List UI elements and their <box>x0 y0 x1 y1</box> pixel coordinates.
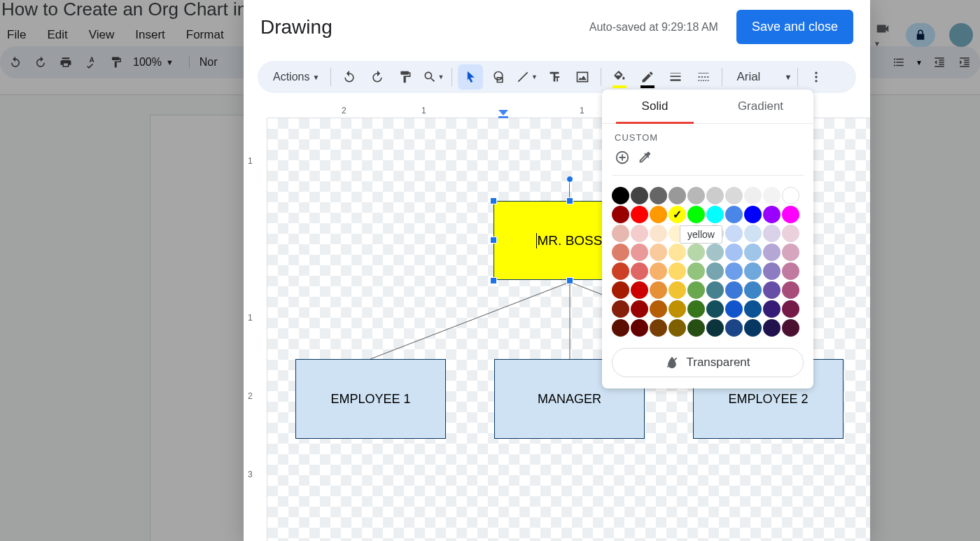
color-swatch[interactable] <box>631 206 648 223</box>
color-swatch[interactable]: ✓yellow <box>668 206 686 223</box>
redo-icon[interactable] <box>365 64 390 90</box>
image-tool-icon[interactable] <box>570 64 595 90</box>
color-swatch[interactable] <box>706 244 724 261</box>
more-icon[interactable] <box>804 64 829 90</box>
color-swatch[interactable] <box>744 281 762 299</box>
menu-view[interactable]: View <box>86 25 118 45</box>
color-swatch[interactable] <box>744 262 762 280</box>
color-swatch[interactable] <box>612 244 629 261</box>
color-swatch[interactable] <box>782 225 799 242</box>
print-icon[interactable] <box>57 54 74 71</box>
zoom-icon[interactable]: ▼ <box>421 64 446 90</box>
color-swatch[interactable] <box>668 244 686 261</box>
color-swatch[interactable] <box>744 206 762 223</box>
resize-handle-w[interactable] <box>490 237 497 244</box>
resize-handle-s[interactable] <box>566 277 573 284</box>
rotate-handle[interactable] <box>566 176 573 183</box>
color-swatch[interactable] <box>725 262 743 280</box>
transparent-button[interactable]: Transparent <box>612 348 804 377</box>
color-swatch[interactable] <box>612 319 629 337</box>
color-swatch[interactable] <box>687 187 705 204</box>
color-swatch[interactable] <box>687 300 705 318</box>
menu-format[interactable]: Format <box>183 25 227 45</box>
undo-icon[interactable] <box>337 64 362 90</box>
color-swatch[interactable] <box>706 187 724 204</box>
color-swatch[interactable] <box>744 319 762 337</box>
color-swatch[interactable] <box>763 187 780 204</box>
color-swatch[interactable] <box>650 319 667 337</box>
color-swatch[interactable] <box>668 281 686 299</box>
color-swatch[interactable] <box>668 187 686 204</box>
actions-menu[interactable]: Actions▼ <box>267 66 325 87</box>
color-swatch[interactable] <box>706 281 724 299</box>
color-swatch[interactable] <box>706 262 724 280</box>
font-select[interactable]: Arial▼ <box>736 70 792 84</box>
color-swatch[interactable] <box>612 225 629 242</box>
shape-tool-icon[interactable] <box>486 64 511 90</box>
color-swatch[interactable] <box>631 262 648 280</box>
eyedropper-icon[interactable] <box>637 150 652 165</box>
color-swatch[interactable] <box>612 206 629 223</box>
color-swatch[interactable] <box>782 319 799 337</box>
line-tool-icon[interactable]: ▼ <box>514 64 539 90</box>
color-swatch[interactable] <box>725 244 743 261</box>
meet-icon[interactable]: ▼ <box>874 21 892 49</box>
color-swatch[interactable] <box>631 225 648 242</box>
color-swatch[interactable] <box>668 262 686 280</box>
spellcheck-icon[interactable] <box>83 54 99 71</box>
color-swatch[interactable] <box>687 319 705 337</box>
resize-handle-nw[interactable] <box>490 197 497 204</box>
add-custom-color-icon[interactable] <box>615 150 630 165</box>
menu-file[interactable]: File <box>4 25 29 45</box>
tab-solid[interactable]: Solid <box>602 90 708 123</box>
color-swatch[interactable] <box>631 281 648 299</box>
color-swatch[interactable] <box>650 281 667 299</box>
color-swatch[interactable] <box>687 262 705 280</box>
color-swatch[interactable] <box>650 187 667 204</box>
avatar[interactable] <box>949 23 973 47</box>
color-swatch[interactable] <box>725 187 743 204</box>
indent-decrease-icon[interactable] <box>931 54 948 71</box>
color-swatch[interactable] <box>725 281 743 299</box>
color-swatch[interactable] <box>668 319 686 337</box>
border-weight-icon[interactable] <box>663 64 688 90</box>
color-swatch[interactable] <box>687 206 705 223</box>
color-swatch[interactable] <box>782 244 799 261</box>
border-dash-icon[interactable] <box>691 64 716 90</box>
color-swatch[interactable] <box>706 206 724 223</box>
save-close-button[interactable]: Save and close <box>736 10 853 44</box>
bulleted-list-icon[interactable] <box>890 54 907 71</box>
border-color-icon[interactable] <box>635 64 660 90</box>
color-swatch[interactable] <box>631 300 648 318</box>
color-swatch[interactable] <box>706 319 724 337</box>
color-swatch[interactable] <box>763 319 780 337</box>
color-swatch[interactable] <box>782 262 799 280</box>
indent-increase-icon[interactable] <box>956 54 973 71</box>
color-swatch[interactable] <box>782 206 799 223</box>
color-swatch[interactable] <box>725 206 743 223</box>
fill-color-icon[interactable] <box>607 64 632 90</box>
color-swatch[interactable] <box>687 244 705 261</box>
color-swatch[interactable] <box>763 244 780 261</box>
resize-handle-sw[interactable] <box>490 277 497 284</box>
color-swatch[interactable] <box>782 187 799 204</box>
share-button[interactable] <box>906 23 935 47</box>
paint-format-icon[interactable] <box>393 64 418 90</box>
menu-edit[interactable]: Edit <box>44 25 70 45</box>
color-swatch[interactable] <box>725 225 743 242</box>
color-swatch[interactable] <box>782 300 799 318</box>
color-swatch[interactable] <box>763 206 780 223</box>
resize-handle-n[interactable] <box>566 197 573 204</box>
color-swatch[interactable] <box>650 206 667 223</box>
color-swatch[interactable] <box>782 281 799 299</box>
color-swatch[interactable] <box>744 244 762 261</box>
color-swatch[interactable] <box>763 225 780 242</box>
undo-icon[interactable] <box>7 54 24 71</box>
color-swatch[interactable] <box>631 244 648 261</box>
style-select[interactable]: Nor <box>189 56 218 69</box>
color-swatch[interactable] <box>744 187 762 204</box>
color-swatch[interactable] <box>612 300 629 318</box>
color-swatch[interactable] <box>763 300 780 318</box>
color-swatch[interactable] <box>612 187 629 204</box>
tab-gradient[interactable]: Gradient <box>708 90 813 123</box>
